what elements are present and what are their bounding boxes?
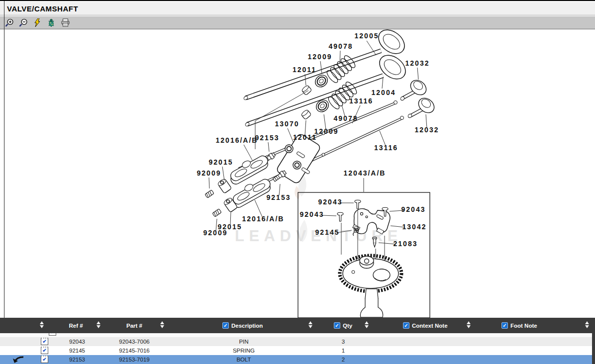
cell-description: PIN [209, 337, 279, 346]
part-label[interactable]: 92043 [401, 205, 426, 213]
pin-92043-top [355, 200, 361, 209]
cell-ref: 92145 [57, 346, 97, 355]
zoom-in-icon [5, 18, 14, 27]
print-button[interactable] [60, 17, 71, 28]
column-header-label[interactable]: Foot Note [510, 323, 537, 329]
camshaft-base [360, 298, 383, 317]
part-label[interactable]: 92043 [318, 198, 343, 206]
table-header: Ref # Part # ✓ Description ✓ Qty ✓ Conte… [0, 318, 595, 333]
zoom-out-button[interactable] [18, 17, 29, 28]
lightning-icon [33, 18, 42, 27]
column-header-qty: ✓ Qty [334, 318, 352, 333]
zoom-out-icon [19, 18, 28, 27]
column-header-label[interactable]: Context Note [412, 323, 448, 329]
cell-description: BOLT [209, 355, 279, 364]
cell-ref: 92043 [57, 337, 97, 346]
part-label[interactable]: 92153 [255, 134, 280, 142]
part-label[interactable]: 49078 [329, 42, 353, 50]
column-header-description: ✓ Description [222, 318, 263, 333]
column-checkbox[interactable]: ✓ [222, 322, 229, 329]
column-checkbox[interactable]: ✓ [403, 322, 409, 329]
column-checkbox[interactable]: ✓ [334, 322, 340, 329]
part-label[interactable]: 13116 [374, 144, 398, 152]
part-label[interactable]: 12016/A/B [216, 136, 258, 144]
sort-icon[interactable] [467, 321, 471, 328]
part-label[interactable]: 92015 [209, 158, 233, 166]
part-label[interactable]: 12016/A/B [242, 215, 285, 223]
sort-icon[interactable] [365, 321, 369, 328]
part-label[interactable]: 13070 [275, 120, 299, 128]
cell-qty: 3 [326, 337, 361, 346]
title-bar: VALVE/CAMSHAFT [0, 2, 595, 15]
cell-qty: 2 [326, 355, 361, 364]
table-row-selected[interactable]: ✔ 92153 92153-7019 BOLT 2 [0, 355, 592, 364]
column-header-label[interactable]: Qty [343, 323, 352, 329]
part-label[interactable]: 92009 [197, 169, 221, 177]
part-label[interactable]: 92145 [315, 228, 340, 236]
undo-arrow-icon [12, 355, 25, 364]
part-label[interactable]: 21083 [394, 240, 418, 248]
left-rule [4, 1, 4, 318]
hotspot-links-button[interactable] [46, 17, 57, 28]
undo-arrow-button[interactable] [12, 355, 27, 364]
cell-ref: 92153 [57, 355, 97, 364]
part-label[interactable]: 13116 [349, 97, 373, 105]
table-row[interactable]: ✔ 92043 92043-7006 PIN 3 [0, 337, 592, 346]
part-select-icon[interactable]: ✔ [41, 338, 48, 345]
part-label[interactable]: 12011 [293, 133, 317, 141]
hotspot-links-icon [47, 18, 56, 27]
part-label[interactable]: 12011 [293, 66, 316, 74]
column-header-part[interactable]: Part # [119, 318, 149, 333]
part-label[interactable]: 13042 [402, 223, 427, 231]
tappet-12032-lower [407, 95, 437, 118]
part-label[interactable]: 12009 [314, 127, 339, 135]
table-row-partial[interactable]: ✔ [0, 333, 592, 337]
part-label[interactable]: 12032 [405, 59, 430, 67]
diagram-canvas[interactable]: LEADVENTURE [0, 29, 595, 318]
part-label[interactable]: 92153 [267, 193, 291, 201]
part-label[interactable]: 12032 [415, 126, 439, 134]
sort-icon[interactable] [160, 321, 164, 328]
sort-icon[interactable] [97, 321, 100, 328]
part-label[interactable]: 12004 [372, 89, 396, 96]
sort-icon[interactable] [308, 321, 312, 328]
cell-part: 92153-7019 [107, 355, 162, 364]
cell-qty: 1 [326, 346, 361, 355]
table-row[interactable]: ✔ 92145 92145-7016 SPRING 1 [0, 346, 592, 355]
screw-92009-lower [212, 209, 221, 217]
exploded-parts-diagram: LEADVENTURE [0, 29, 595, 318]
cell-description: SPRING [209, 346, 279, 355]
part-label[interactable]: 12005 [355, 32, 379, 40]
tappet-12032-upper [400, 77, 429, 101]
cell-part: 92145-7016 [107, 346, 162, 355]
part-select-icon[interactable]: ✔ [49, 333, 56, 336]
part-label[interactable]: 92043 [300, 210, 324, 218]
highlight-hotspots-button[interactable] [32, 17, 43, 28]
pin-92043-left [337, 212, 343, 221]
part-label[interactable]: 12043/A/B [344, 169, 386, 177]
screw-92009-upper [205, 190, 214, 198]
cell-part: 92043-7006 [107, 337, 162, 346]
parts-catalog-window: VALVE/CAMSHAFT [0, 0, 595, 364]
part-label[interactable]: 49078 [334, 114, 358, 122]
column-header-label[interactable]: Description [231, 323, 263, 329]
sort-icon[interactable] [40, 321, 44, 328]
part-select-icon[interactable]: ✔ [41, 356, 48, 363]
cap-12011-lower [300, 109, 311, 119]
part-label[interactable]: 12009 [308, 53, 332, 61]
page-title: VALVE/CAMSHAFT [7, 4, 78, 13]
column-header-ref[interactable]: Ref # [62, 318, 90, 333]
camshaft-gear [340, 256, 401, 317]
print-icon [61, 18, 70, 27]
column-header-context-note: ✓ Context Note [403, 318, 448, 333]
zoom-in-button[interactable] [4, 17, 15, 28]
part-label[interactable]: 92009 [203, 229, 228, 237]
sort-icon[interactable] [585, 321, 589, 328]
column-checkbox[interactable]: ✓ [501, 322, 508, 329]
column-header-foot-note: ✓ Foot Note [501, 318, 537, 333]
diagram-toolbar [0, 16, 595, 29]
part-select-icon[interactable]: ✔ [41, 347, 48, 354]
